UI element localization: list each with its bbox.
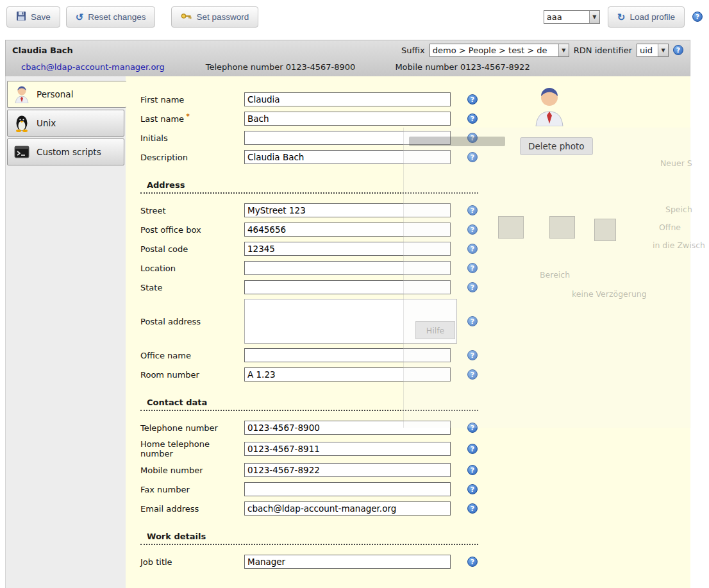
postal-code-input[interactable]: [244, 242, 451, 256]
chevron-down-icon: ▼: [589, 11, 599, 23]
field-label: Postal code: [140, 244, 244, 254]
set-password-button[interactable]: Set password: [171, 6, 258, 28]
initials-input[interactable]: [244, 131, 451, 145]
help-icon[interactable]: ?: [467, 205, 478, 215]
form-sections: AddressStreet?Post office box?Postal cod…: [140, 180, 690, 569]
description-input[interactable]: [244, 150, 451, 164]
suffix-select-value: demo > People > test > de: [430, 46, 558, 55]
input-wrap: [244, 367, 457, 382]
photo-area: Delete photo: [520, 87, 655, 155]
header-phone: Telephone number 0123-4567-8900: [206, 62, 356, 72]
sidebar: Personal Unix Custom scripts: [6, 76, 126, 588]
job-title-input[interactable]: [244, 555, 451, 569]
form-row: Job title?: [140, 554, 690, 569]
help-icon[interactable]: ?: [467, 465, 478, 475]
location-input[interactable]: [244, 261, 451, 275]
post-office-box-input[interactable]: [244, 223, 451, 237]
account-header-row1: Claudia Bach Suffix demo > People > test…: [6, 40, 690, 60]
field-label: Room number: [140, 370, 244, 380]
telephone-number-input[interactable]: [244, 421, 451, 435]
form-row: Postal address?: [140, 299, 690, 344]
mobile-number-input[interactable]: [244, 463, 451, 477]
form-row: Postal code?: [140, 241, 690, 256]
help-icon[interactable]: ?: [467, 244, 478, 254]
field-label: First name: [140, 95, 244, 105]
field-label: Initials: [140, 133, 244, 143]
rdn-select[interactable]: uid ▼: [637, 44, 669, 57]
reset-button-label: Reset changes: [88, 12, 146, 22]
last-name-input[interactable]: [244, 112, 451, 126]
field-label: Home telephone number: [140, 439, 244, 458]
room-number-input[interactable]: [244, 367, 451, 382]
input-wrap: [244, 555, 457, 569]
input-wrap: [244, 242, 457, 256]
penguin-icon: [13, 114, 30, 132]
office-name-input[interactable]: [244, 348, 451, 362]
home-telephone-number-input[interactable]: [244, 442, 451, 456]
save-button[interactable]: Save: [6, 6, 60, 28]
help-icon[interactable]: ?: [467, 224, 478, 235]
account-header: Claudia Bach Suffix demo > People > test…: [5, 40, 690, 76]
form-row: Room number?: [140, 367, 690, 382]
required-marker: *: [184, 113, 190, 120]
help-icon[interactable]: ?: [467, 133, 478, 143]
help-icon[interactable]: ?: [467, 444, 478, 454]
field-label: Email address: [140, 504, 244, 514]
load-profile-button[interactable]: ↻ Load profile: [608, 6, 685, 28]
state-input[interactable]: [244, 280, 451, 294]
help-icon[interactable]: ?: [692, 12, 703, 22]
form-row: Location?: [140, 260, 690, 276]
email-link[interactable]: cbach@ldap-account-manager.org: [21, 62, 165, 72]
email-address-input[interactable]: [244, 501, 451, 516]
input-wrap: [244, 92, 457, 106]
tab-custom-scripts[interactable]: Custom scripts: [7, 139, 124, 165]
help-icon[interactable]: ?: [467, 484, 478, 494]
help-icon[interactable]: ?: [673, 45, 683, 55]
field-label: State: [140, 283, 244, 292]
field-label: Description: [140, 153, 244, 162]
help-icon[interactable]: ?: [467, 113, 478, 124]
reset-changes-button[interactable]: ↺ Reset changes: [66, 6, 156, 28]
field-label: Location: [140, 264, 244, 273]
help-icon[interactable]: ?: [467, 282, 478, 292]
help-icon[interactable]: ?: [467, 263, 478, 273]
main-area: Personal Unix Custom scripts: [5, 76, 690, 588]
form-row: Office name?: [140, 348, 690, 363]
help-icon[interactable]: ?: [467, 316, 478, 326]
tab-personal[interactable]: Personal: [7, 81, 126, 108]
rdn-select-value: uid: [637, 46, 658, 55]
help-icon[interactable]: ?: [467, 557, 478, 567]
help-icon[interactable]: ?: [467, 369, 478, 380]
suffix-select[interactable]: demo > People > test > de ▼: [430, 44, 569, 57]
form-row: Telephone number?: [140, 420, 690, 435]
rdn-label: RDN identifier: [574, 46, 632, 55]
user-photo: [534, 87, 565, 128]
form-row: Post office box?: [140, 222, 690, 237]
field-label: Postal address: [140, 317, 244, 326]
tab-unix[interactable]: Unix: [7, 110, 124, 137]
delete-photo-button[interactable]: Delete photo: [520, 137, 593, 155]
form-row: Fax number?: [140, 482, 690, 497]
chevron-down-icon: ▼: [658, 44, 668, 56]
postal-address-input[interactable]: [244, 299, 457, 344]
header-controls: Suffix demo > People > test > de ▼ RDN i…: [401, 44, 683, 57]
header-mobile: Mobile number 0123-4567-8922: [395, 62, 530, 72]
fax-number-input[interactable]: [244, 482, 451, 496]
profile-select[interactable]: aaa ▼: [544, 10, 600, 24]
field-label: Job title: [140, 557, 244, 567]
help-icon[interactable]: ?: [467, 503, 478, 514]
input-wrap: [244, 421, 457, 435]
street-input[interactable]: [244, 203, 451, 217]
help-icon[interactable]: ?: [467, 152, 478, 162]
input-wrap: [244, 223, 457, 237]
page-title: Claudia Bach: [12, 46, 73, 55]
tab-personal-label: Personal: [37, 89, 73, 99]
input-wrap: [244, 203, 457, 217]
reset-icon: ↺: [76, 12, 84, 22]
first-name-input[interactable]: [244, 92, 451, 106]
toolbar: Save ↺ Reset changes Set password aaa ▼ …: [0, 0, 709, 33]
help-icon[interactable]: ?: [467, 94, 478, 105]
input-wrap: [244, 482, 457, 496]
help-icon[interactable]: ?: [467, 423, 478, 433]
help-icon[interactable]: ?: [467, 350, 478, 360]
